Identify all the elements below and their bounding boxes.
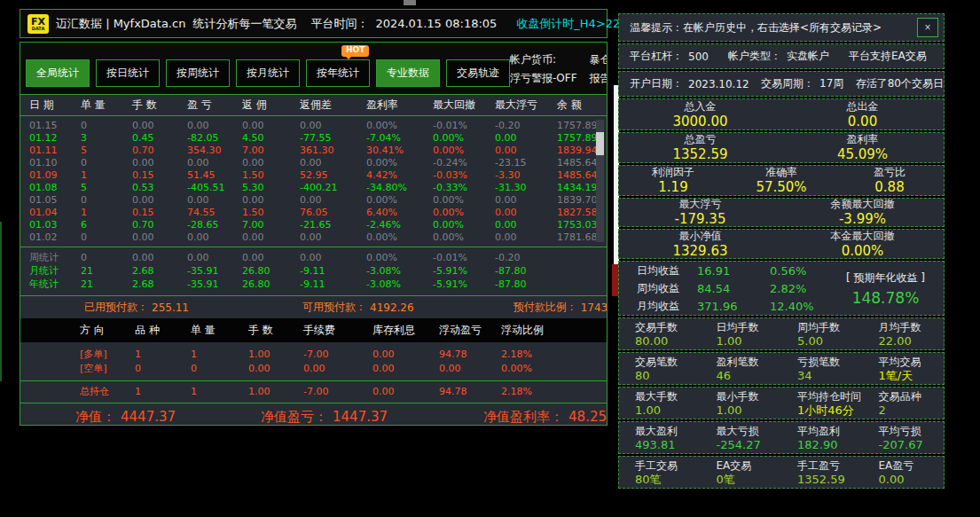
- position-row: [空单] 0 0 0.00 0.00 0.00 0.00 0.00%: [20, 361, 607, 375]
- cell-rebate-diff: 361.30: [300, 145, 366, 156]
- table-row[interactable]: 01.02 0 0.00 0.00 0.00 0.00 0.00% 0.00% …: [20, 231, 607, 243]
- table-row[interactable]: 01.03 6 0.70 -28.65 7.00 -21.65 -2.46% 0…: [20, 218, 607, 231]
- metric-label: 总入金: [619, 100, 781, 114]
- cell-orders: 1: [81, 207, 132, 218]
- fxdata-logo-icon: FX DATA: [27, 14, 49, 34]
- stat-cell: EA盈亏 0.00: [863, 459, 945, 486]
- stat-value: 0笔: [717, 473, 782, 486]
- metric-value: 1.19: [619, 179, 727, 195]
- cell-max-drawdown: 0.00%: [433, 219, 495, 231]
- cell-rebate: 1.50: [242, 207, 300, 218]
- cell-max-float-loss: 0.00: [495, 132, 557, 144]
- scrollbar-thumb[interactable]: [596, 132, 604, 155]
- cell-max-drawdown: -0.01%: [433, 120, 495, 131]
- cell-profit-rate: 0.00%: [366, 194, 433, 206]
- income-row: 日均收益 16.91 0.56%: [637, 263, 827, 278]
- stat-label: 盈利笔数: [717, 356, 782, 369]
- stat-label: 交易笔数: [635, 356, 701, 369]
- cell-rebate-diff: 0.00: [300, 194, 366, 206]
- cell-pl: 74.55: [187, 207, 242, 218]
- table-row[interactable]: 01.08 5 0.53 -405.51 5.30 -400.21 -34.80…: [20, 181, 607, 193]
- cell-max-drawdown: -0.33%: [433, 182, 495, 193]
- stat-value: 182.90: [797, 438, 863, 451]
- tip-bar: 温馨提示：在帐户历史中，右击选择<所有交易记录> ×: [618, 13, 945, 42]
- cell-period: 月统计: [29, 264, 81, 278]
- cell-rebate: 7.00: [242, 219, 300, 231]
- stat-value: 1.00: [717, 403, 782, 417]
- stat-cell: EA交易 0笔: [701, 459, 782, 486]
- table-row[interactable]: 01.10 0 0.00 0.00 0.00 0.00 0.00% -0.24%…: [20, 156, 607, 168]
- cell-pl: -28.65: [187, 219, 242, 231]
- income-label: 周均收益: [637, 281, 697, 296]
- table-row[interactable]: 01.12 3 0.45 -82.05 4.50 -77.55 -7.04% 0…: [20, 131, 607, 144]
- cell-lots: 0.00: [132, 120, 187, 131]
- table-row[interactable]: 01.04 1 0.15 74.55 1.50 76.05 6.40% 0.00…: [20, 206, 607, 218]
- income-rows: 日均收益 16.91 0.56% 周均收益 84.54 2.82% 月均收益 3…: [637, 263, 827, 314]
- margin-summary-row: 已用预付款： 255.11 可用预付款： 4192.26 预付款比例： 1743…: [20, 296, 607, 318]
- tab-label: 按日统计: [106, 67, 149, 79]
- tab-label: 按月统计: [247, 67, 289, 79]
- column-header: 盈 亏: [187, 98, 242, 113]
- stat-value: 34: [797, 369, 863, 382]
- tab-button[interactable]: 按日统计: [96, 59, 160, 87]
- titlebar: FX DATA 迈汇数据 | MyfxData.cn 统计分析每一笔交易 平台时…: [20, 9, 608, 38]
- equity-rate-label: 净值盈利率：: [483, 409, 563, 426]
- cell-rebate-diff: 0.00: [300, 231, 366, 243]
- table-scrollbar[interactable]: [596, 120, 604, 242]
- stat-label: 亏损笔数: [797, 356, 863, 369]
- income-percent: 2.82%: [770, 282, 806, 295]
- table-row[interactable]: 01.05 0 0.00 0.00 0.00 0.00 0.00% 0.00% …: [20, 193, 607, 206]
- table-row[interactable]: 01.11 5 0.70 354.30 7.00 361.30 30.41% 0…: [20, 144, 607, 156]
- total-position-row: 总持仓 1 1 1.00 -7.00 0.00 94.78 2.18%: [20, 384, 607, 399]
- summary-row: 年统计 21 2.68 -35.91 26.80 -9.11 -3.08% -5…: [20, 278, 607, 291]
- stat-value: 1笔/天: [879, 369, 945, 382]
- platform-info-row: 平台杠杆： 500 帐户类型： 实盘帐户 平台支持EA交易: [618, 43, 945, 69]
- cell-rebate: 4.50: [242, 132, 300, 144]
- tab-button[interactable]: 交易轨迹: [446, 59, 510, 87]
- tab-button[interactable]: 按年统计: [306, 59, 370, 87]
- stat-cell: 手工交易 80笔: [619, 459, 701, 486]
- stat-value: 80笔: [635, 473, 701, 486]
- stat-value: 1.00: [717, 334, 782, 348]
- cell-period: 年统计: [29, 278, 81, 291]
- account-info: 帐户货币: 浮亏警报-OFF 暴仓比例:0% 报告推送-OFF: [510, 52, 608, 87]
- cell-profit-rate: 0.00%: [366, 157, 433, 168]
- metric-label: 盈利率: [781, 133, 944, 146]
- cell-max-float-loss: 0.00: [495, 207, 557, 218]
- leverage-label: 平台杠杆：: [630, 49, 683, 64]
- survival-days-label: 存活了80个交易日: [856, 76, 944, 91]
- metric: 准确率 57.50%: [727, 166, 835, 195]
- cell-rebate-diff: 76.05: [300, 207, 366, 218]
- income-label: 月均收益: [637, 299, 697, 314]
- summary-row: 周统计 0 0.00 0.00 0.00 0.00 0.00% -0.01% -…: [20, 251, 607, 264]
- column-header: 浮动盈亏: [439, 323, 501, 338]
- column-header: 日 期: [29, 98, 81, 113]
- account-info-col: 暴仓比例:0% 报告推送-OFF: [590, 52, 608, 86]
- cell-date: 01.04: [29, 207, 81, 218]
- tab-button[interactable]: 全局统计: [26, 59, 90, 87]
- cell-rebate-diff: -77.55: [300, 132, 366, 144]
- tab-button[interactable]: 按月统计: [236, 59, 300, 87]
- metric: 最大浮亏 -179.35: [619, 198, 781, 227]
- tabs-row: 全局统计按日统计按周统计按月统计按年统计专业数据交易轨迹 HOT 帐户货币: 浮…: [20, 43, 607, 94]
- cell-max-drawdown: -0.24%: [433, 157, 495, 168]
- stat-label: 交易手数: [635, 321, 701, 334]
- close-button[interactable]: ×: [917, 18, 938, 37]
- hot-badge: HOT: [341, 45, 369, 57]
- stats-content: 日 期单 量手 数盈 亏返 佣返佣差盈利率最大回撤最大浮亏余 额 01.15 0…: [20, 94, 607, 426]
- stat-cell: 最大手数 1.00: [619, 390, 701, 417]
- tab-button[interactable]: 专业数据: [376, 59, 440, 87]
- background-window-sliver: [0, 222, 2, 381]
- table-row[interactable]: 01.15 0 0.00 0.00 0.00 0.00 0.00% -0.01%…: [20, 119, 607, 131]
- table-row[interactable]: 01.09 1 0.15 51.45 1.50 52.95 4.42% -0.0…: [20, 168, 607, 181]
- tab-button[interactable]: 按周统计: [166, 59, 230, 87]
- cell-date: 01.03: [29, 219, 81, 231]
- account-dates-row: 开户日期： 2023.10.12 交易周期： 17周 存活了80个交易日: [618, 71, 945, 97]
- total-position-zone: 总持仓 1 1 1.00 -7.00 0.00 94.78 2.18%: [20, 381, 607, 403]
- tab-label: 全局统计: [36, 67, 79, 79]
- summary-row: 月统计 21 2.68 -35.91 26.80 -9.11 -3.08% -5…: [20, 264, 607, 278]
- metric: 最小净值 1329.63: [619, 230, 781, 259]
- stat-value: 0.00: [879, 473, 945, 486]
- cell-rebate: 0.00: [242, 157, 300, 168]
- logo-text: DATA: [32, 27, 45, 31]
